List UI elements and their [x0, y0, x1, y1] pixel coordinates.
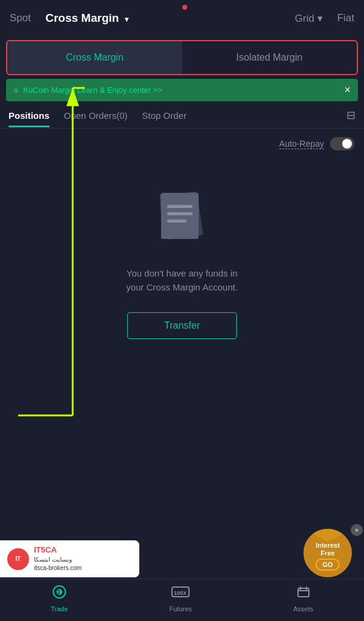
auto-repay-section: Auto-Repay [0, 129, 364, 155]
transfer-button[interactable]: Transfer [127, 312, 237, 339]
watermark-logo-icon: IT [7, 548, 29, 570]
tab-positions[interactable]: Positions [8, 110, 50, 127]
banner-text: KuCoin Margin Learn & Enjoy center >> [23, 86, 162, 95]
auto-repay-toggle[interactable] [330, 137, 354, 150]
itsca-watermark: IT IT5CA وبسایت ایتسکا itsca-brokers.com [0, 540, 139, 577]
interest-free-close-btn[interactable]: × [351, 524, 363, 536]
cross-margin-btn[interactable]: Cross Margin [7, 41, 182, 74]
watermark-logo-text: IT5CA [34, 545, 82, 556]
table-settings-icon[interactable]: ⊟ [346, 109, 356, 128]
nav-right-items: Grid ▾ Fiat [295, 12, 354, 25]
bottom-navigation: Trade 100X Futures Assets [0, 579, 364, 621]
assets-label: Assets [293, 605, 313, 613]
learn-enjoy-banner[interactable]: ≡ KuCoin Margin Learn & Enjoy center >> … [6, 79, 358, 101]
interest-free-badge[interactable]: × Interest Free GO [303, 529, 358, 577]
empty-state-icon [149, 186, 216, 252]
interest-free-text-line1: Interest [316, 542, 340, 549]
interest-free-go-btn[interactable]: GO [316, 559, 340, 571]
banner-content: ≡ KuCoin Margin Learn & Enjoy center >> [13, 86, 162, 95]
banner-icon: ≡ [13, 86, 18, 95]
interest-free-envelope: Interest Free GO [303, 529, 352, 577]
banner-close-btn[interactable]: × [344, 84, 351, 96]
svg-text:100X: 100X [174, 590, 187, 596]
nav-grid[interactable]: Grid ▾ [295, 12, 323, 25]
svg-rect-9 [167, 220, 187, 223]
watermark-text-block: IT5CA وبسایت ایتسکا itsca-brokers.com [34, 545, 82, 572]
content-tabs: Positions Open Orders(0) Stop Order ⊟ [0, 109, 364, 129]
cross-margin-dropdown-icon: ▾ [125, 15, 128, 24]
nav-fiat[interactable]: Fiat [337, 12, 354, 24]
bottom-nav-futures[interactable]: 100X Futures [170, 585, 192, 613]
svg-rect-6 [161, 193, 199, 239]
interest-free-text-line2: Free [316, 549, 340, 557]
isolated-margin-btn[interactable]: Isolated Margin [182, 41, 357, 74]
notification-dot [182, 5, 187, 10]
trade-label: Trade [51, 605, 68, 613]
top-navigation: Spot Cross Margin ▾ Grid ▾ Fiat [0, 0, 364, 36]
empty-message: You don't have any funds in your Cross M… [126, 267, 237, 294]
bottom-nav-trade[interactable]: Trade [51, 585, 68, 613]
auto-repay-label: Auto-Repay [279, 139, 324, 149]
svg-rect-8 [167, 212, 193, 215]
tab-open-orders[interactable]: Open Orders(0) [64, 110, 128, 127]
tab-stop-order[interactable]: Stop Order [142, 110, 187, 127]
svg-rect-16 [298, 588, 309, 597]
nav-spot[interactable]: Spot [10, 12, 31, 24]
grid-dropdown-icon: ▾ [317, 13, 323, 24]
futures-icon: 100X [171, 585, 190, 603]
nav-cross-margin[interactable]: Cross Margin ▾ [45, 12, 128, 25]
empty-state-container: You don't have any funds in your Cross M… [0, 167, 364, 357]
watermark-url: itsca-brokers.com [34, 564, 82, 572]
futures-label: Futures [170, 605, 192, 613]
watermark-site-name: وبسایت ایتسکا [34, 556, 82, 564]
trade-icon [52, 585, 67, 603]
margin-type-toggle: Cross Margin Isolated Margin [6, 40, 358, 75]
svg-rect-7 [167, 205, 193, 208]
bottom-nav-assets[interactable]: Assets [293, 585, 313, 613]
assets-icon [296, 585, 311, 603]
